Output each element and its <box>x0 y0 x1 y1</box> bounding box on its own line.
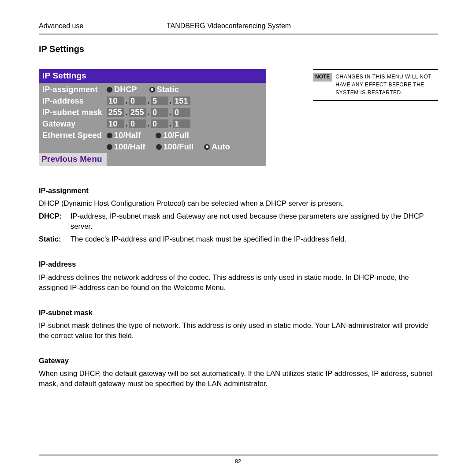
label-ip-address: IP-address <box>39 97 107 106</box>
row-ip-address: IP-address 10. 0. 5. 151 <box>39 95 266 107</box>
radio-static-label: Static <box>157 85 179 94</box>
radio-dot-icon <box>107 133 112 138</box>
subnet-octet-2[interactable]: 255 <box>129 108 146 117</box>
row-ethernet-speed-2: 100/Half 100/Full Auto <box>39 141 266 152</box>
radio-dhcp[interactable]: DHCP <box>107 85 137 94</box>
radio-100half-label: 100/Half <box>114 142 145 152</box>
gateway-octet-2[interactable]: 0 <box>129 119 146 128</box>
row-ethernet-speed-1: Ethernet Speed 10/Half 10/Full <box>39 130 266 141</box>
desc-static: The codec's IP-address and IP-subnet mas… <box>71 234 438 244</box>
note-text: CHANGES IN THIS MENU WILL NOT HAVE ANY E… <box>335 73 438 97</box>
text-ip-address: IP-address defines the network address o… <box>39 272 438 293</box>
gateway-octet-3[interactable]: 0 <box>151 119 168 128</box>
heading-ip-address: IP-address <box>39 259 438 269</box>
label-ip-assignment: IP-assignment <box>39 85 107 94</box>
term-static: Static: <box>39 234 64 244</box>
section-title: IP Settings <box>39 44 84 54</box>
radio-10full[interactable]: 10/Full <box>156 131 189 140</box>
radio-10full-label: 10/Full <box>163 131 189 140</box>
term-dhcp: DHCP: <box>39 211 64 231</box>
ip-settings-dialog: IP Settings IP-assignment DHCP Static IP… <box>39 69 266 166</box>
ip-address-octet-1[interactable]: 10 <box>107 97 124 105</box>
label-gateway: Gateway <box>39 119 107 129</box>
radio-100full-label: 100/Full <box>164 142 194 152</box>
label-subnet: IP-subnet mask <box>39 108 107 117</box>
radio-dot-icon <box>107 144 112 150</box>
row-gateway: Gateway 10. 0. 0. 1 <box>39 118 266 130</box>
heading-ip-assignment: IP-assignment <box>39 186 438 196</box>
heading-gateway: Gateway <box>39 356 438 366</box>
note-badge: NOTE <box>313 73 332 82</box>
radio-100half[interactable]: 100/Half <box>107 142 145 152</box>
heading-subnet: IP-subnet mask <box>39 308 438 318</box>
previous-menu-button[interactable]: Previous Menu <box>39 153 107 166</box>
radio-dhcp-label: DHCP <box>114 85 137 94</box>
doc-header-center: TANDBERG Videoconferencing System <box>167 22 438 30</box>
radio-dot-icon <box>156 133 161 138</box>
ip-address-octet-2[interactable]: 0 <box>129 97 146 105</box>
subnet-octet-1[interactable]: 255 <box>107 108 124 117</box>
note-box: NOTE CHANGES IN THIS MENU WILL NOT HAVE … <box>313 69 438 101</box>
desc-dhcp: IP-address, IP-subnet mask and Gateway a… <box>71 211 438 231</box>
dialog-titlebar: IP Settings <box>39 69 266 83</box>
footer-rule <box>39 454 438 456</box>
row-ip-assignment: IP-assignment DHCP Static <box>39 84 266 95</box>
radio-10half-label: 10/Half <box>114 131 141 140</box>
radio-auto-label: Auto <box>212 142 230 152</box>
doc-header: Advanced use TANDBERG Videoconferencing … <box>39 22 438 35</box>
subnet-octet-3[interactable]: 0 <box>151 108 168 117</box>
radio-static[interactable]: Static <box>149 85 179 94</box>
radio-auto[interactable]: Auto <box>204 142 230 152</box>
text-subnet: IP-subnet mask defines the type of netwo… <box>39 320 438 341</box>
text-gateway: When using DHCP, the default gateway wil… <box>39 368 438 389</box>
radio-dot-icon <box>107 87 112 93</box>
doc-header-left: Advanced use <box>39 22 167 30</box>
row-subnet: IP-subnet mask 255. 255. 0. 0 <box>39 107 266 118</box>
text-ip-assignment-intro: DHCP (Dynamic Host Configuration Protoco… <box>39 198 438 208</box>
radio-dot-icon <box>156 144 162 150</box>
page-number: 82 <box>0 458 476 465</box>
gateway-octet-4[interactable]: 1 <box>173 119 190 128</box>
ip-address-octet-3[interactable]: 5 <box>151 97 168 105</box>
radio-100full[interactable]: 100/Full <box>156 142 194 152</box>
ip-address-octet-4[interactable]: 151 <box>173 97 190 105</box>
subnet-octet-4[interactable]: 0 <box>173 108 190 117</box>
radio-dot-selected-icon <box>149 87 155 93</box>
radio-dot-selected-icon <box>204 144 210 150</box>
label-ethernet-speed: Ethernet Speed <box>39 131 107 140</box>
radio-10half[interactable]: 10/Half <box>107 131 141 140</box>
gateway-octet-1[interactable]: 10 <box>107 119 124 128</box>
